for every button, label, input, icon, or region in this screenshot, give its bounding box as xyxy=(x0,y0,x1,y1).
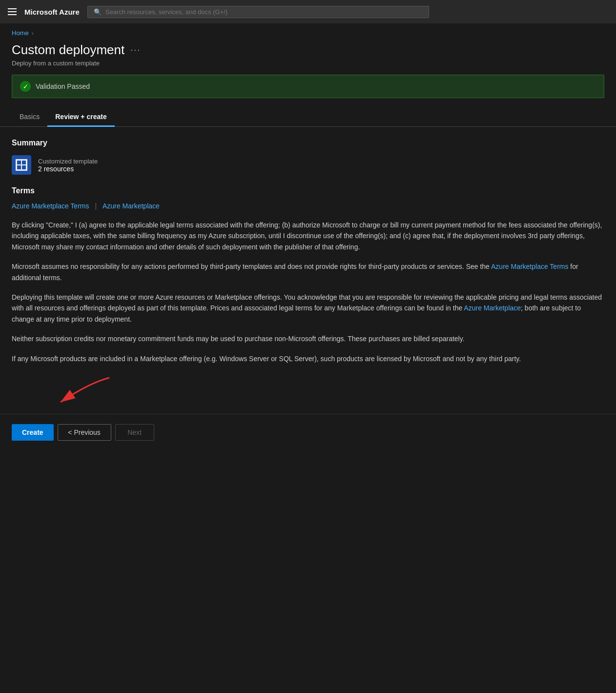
main-content: Summary Customized template 2 resources … xyxy=(0,127,616,414)
search-bar[interactable]: 🔍 xyxy=(87,6,429,18)
page-header: Custom deployment ··· Deploy from a cust… xyxy=(0,39,616,75)
top-nav: Microsoft Azure 🔍 xyxy=(0,0,616,23)
tabs-container: Basics Review + create xyxy=(0,108,616,127)
next-button[interactable]: Next xyxy=(115,424,154,441)
search-icon: 🔍 xyxy=(94,8,102,16)
more-options-icon[interactable]: ··· xyxy=(130,45,141,55)
resource-icon xyxy=(12,155,31,175)
summary-resource-count: 2 resources xyxy=(38,165,98,173)
summary-section: Summary Customized template 2 resources xyxy=(12,139,604,175)
tab-basics[interactable]: Basics xyxy=(12,108,47,127)
breadcrumb: Home › xyxy=(0,23,616,39)
terms-paragraph-1: By clicking "Create," I (a) agree to the… xyxy=(12,220,604,252)
terms-title: Terms xyxy=(12,186,604,195)
breadcrumb-home[interactable]: Home xyxy=(12,29,29,37)
azure-marketplace-link[interactable]: Azure Marketplace xyxy=(103,202,160,210)
terms-p2-link[interactable]: Azure Marketplace Terms xyxy=(491,263,568,270)
brand-name: Microsoft Azure xyxy=(24,8,80,16)
summary-item: Customized template 2 resources xyxy=(12,155,604,175)
bottom-bar: Create < Previous Next xyxy=(0,414,616,450)
terms-paragraph-5: If any Microsoft products are included i… xyxy=(12,353,604,364)
validation-text: Validation Passed xyxy=(36,82,90,90)
page-title: Custom deployment xyxy=(12,42,124,58)
terms-p3-link[interactable]: Azure Marketplace xyxy=(464,304,521,312)
terms-links: Azure Marketplace Terms | Azure Marketpl… xyxy=(12,202,604,210)
arrow-annotation xyxy=(12,373,604,412)
tab-review-create[interactable]: Review + create xyxy=(47,108,114,127)
search-input[interactable] xyxy=(105,8,423,16)
terms-divider: | xyxy=(95,202,97,210)
summary-resource-label: Customized template xyxy=(38,158,98,165)
summary-title: Summary xyxy=(12,139,604,147)
previous-button[interactable]: < Previous xyxy=(58,424,111,441)
terms-paragraph-3: Deploying this template will create one … xyxy=(12,292,604,325)
arrow-svg xyxy=(12,373,119,412)
validation-check-icon xyxy=(20,81,31,92)
terms-p2-pre: Microsoft assumes no responsibility for … xyxy=(12,263,491,270)
terms-paragraph-2: Microsoft assumes no responsibility for … xyxy=(12,261,604,283)
terms-paragraph-4: Neither subscription credits nor monetar… xyxy=(12,333,604,344)
hamburger-menu[interactable] xyxy=(8,8,17,15)
summary-text: Customized template 2 resources xyxy=(38,158,98,173)
terms-section: Terms Azure Marketplace Terms | Azure Ma… xyxy=(12,186,604,364)
resource-icon-inner xyxy=(16,159,27,171)
create-button[interactable]: Create xyxy=(12,424,54,441)
azure-marketplace-terms-link[interactable]: Azure Marketplace Terms xyxy=(12,202,89,210)
breadcrumb-separator: › xyxy=(32,30,34,36)
page-subtitle: Deploy from a custom template xyxy=(12,60,604,67)
validation-banner: Validation Passed xyxy=(12,75,604,98)
